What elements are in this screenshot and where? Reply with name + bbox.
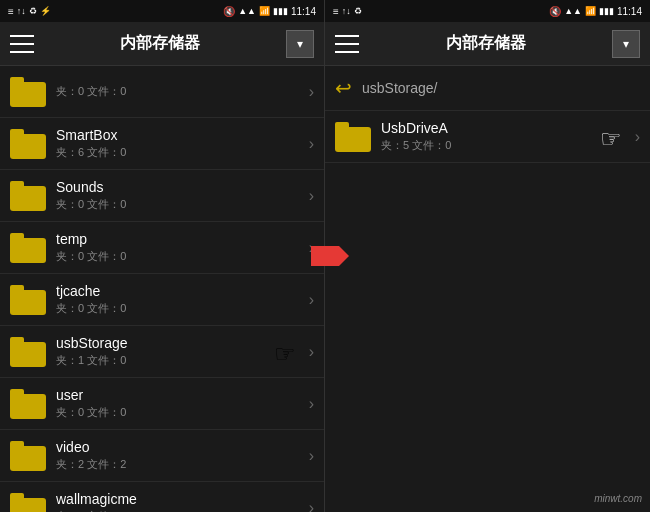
list-item-usb-storage[interactable]: usbStorage 夹：1 文件：0 ☞ › <box>0 326 324 378</box>
list-item[interactable]: tjcache 夹：0 文件：0 › <box>0 274 324 326</box>
cursor-hand-left: ☞ <box>274 340 296 368</box>
transfer-icon-r: ↑↓ <box>342 6 351 16</box>
recycle-icon-r: ♻ <box>354 6 362 16</box>
file-meta: 夹：0 文件：0 <box>56 84 304 99</box>
folder-icon <box>335 122 371 152</box>
file-name: SmartBox <box>56 127 304 143</box>
folder-icon <box>10 441 46 471</box>
list-item[interactable]: video 夹：2 文件：2 › <box>0 430 324 482</box>
list-item[interactable]: user 夹：0 文件：0 › <box>0 378 324 430</box>
folder-icon <box>10 129 46 159</box>
file-info: SmartBox 夹：6 文件：0 <box>56 127 304 160</box>
file-meta: 夹：0 文件：0 <box>56 301 304 316</box>
file-name: wallmagicme <box>56 491 304 507</box>
header-title-left: 内部存储器 <box>34 33 286 54</box>
file-list-right: ↩ usbStorage/ UsbDriveA 夹：5 文件：0 ☞ › <box>325 66 650 512</box>
file-name: Sounds <box>56 179 304 195</box>
cursor-hand-right: ☞ <box>600 125 622 153</box>
file-info: 夹：0 文件：0 <box>56 84 304 99</box>
folder-icon <box>10 181 46 211</box>
chevron-right-icon: › <box>309 135 314 153</box>
folder-icon <box>10 337 46 367</box>
file-meta: 夹：5 文件：0 <box>381 138 600 153</box>
file-info: wallmagicme 夹：1 文件：0 <box>56 491 304 512</box>
file-meta: 夹：0 文件：0 <box>56 405 304 420</box>
list-item[interactable]: 夹：0 文件：0 › <box>0 66 324 118</box>
file-info: temp 夹：0 文件：0 <box>56 231 304 264</box>
header-left: 内部存储器 ▾ <box>0 22 324 66</box>
time-right: 11:14 <box>617 6 642 17</box>
file-name: video <box>56 439 304 455</box>
left-panel: ≡ ↑↓ ♻ ⚡ 🔇 ▲▲ 📶 ▮▮▮ 11:14 内部存储器 ▾ <box>0 0 325 512</box>
file-name: UsbDriveA <box>381 120 600 136</box>
chevron-right-icon: › <box>309 499 314 513</box>
wifi-icon-r: ▲▲ <box>564 6 582 16</box>
chevron-right-icon: › <box>635 128 640 146</box>
menu-status-icon-r: ≡ <box>333 6 339 17</box>
chevron-right-icon: › <box>309 83 314 101</box>
right-panel: ≡ ↑↓ ♻ 🔇 ▲▲ 📶 ▮▮▮ 11:14 内部存储器 ▾ ↩ <box>325 0 650 512</box>
transition-arrow <box>311 246 339 266</box>
file-name: usbStorage <box>56 335 274 351</box>
status-right-right: 🔇 ▲▲ 📶 ▮▮▮ 11:14 <box>549 6 642 17</box>
time-left: 11:14 <box>291 6 316 17</box>
wifi-icon: ▲▲ <box>238 6 256 16</box>
file-info: UsbDriveA 夹：5 文件：0 <box>381 120 600 153</box>
file-info: tjcache 夹：0 文件：0 <box>56 283 304 316</box>
status-left-icons-right: ≡ ↑↓ ♻ <box>333 6 362 17</box>
folder-icon <box>10 77 46 107</box>
chevron-right-icon: › <box>309 343 314 361</box>
file-info: usbStorage 夹：1 文件：0 <box>56 335 274 368</box>
folder-icon <box>10 389 46 419</box>
back-arrow-icon: ↩ <box>335 76 352 100</box>
battery-icon: ▮▮▮ <box>273 6 288 16</box>
back-navigation[interactable]: ↩ usbStorage/ <box>325 66 650 111</box>
signal-icon: 📶 <box>259 6 270 16</box>
file-meta: 夹：0 文件：0 <box>56 197 304 212</box>
hamburger-menu-left[interactable] <box>10 35 34 53</box>
watermark: minwt.com <box>594 488 642 506</box>
file-info: Sounds 夹：0 文件：0 <box>56 179 304 212</box>
file-meta: 夹：0 文件：0 <box>56 249 304 264</box>
menu-status-icon: ≡ <box>8 6 14 17</box>
status-bar-left: ≡ ↑↓ ♻ ⚡ 🔇 ▲▲ 📶 ▮▮▮ 11:14 <box>0 0 324 22</box>
dropdown-btn-right[interactable]: ▾ <box>612 30 640 58</box>
recycle-icon: ♻ <box>29 6 37 16</box>
file-meta: 夹：2 文件：2 <box>56 457 304 472</box>
chevron-right-icon: › <box>309 291 314 309</box>
list-item[interactable]: SmartBox 夹：6 文件：0 › <box>0 118 324 170</box>
chevron-right-icon: › <box>309 395 314 413</box>
file-name: tjcache <box>56 283 304 299</box>
status-left-icons: ≡ ↑↓ ♻ ⚡ <box>8 6 51 17</box>
back-path: usbStorage/ <box>362 80 438 96</box>
dropdown-btn-left[interactable]: ▾ <box>286 30 314 58</box>
mute-icon: 🔇 <box>223 6 235 17</box>
file-info: user 夹：0 文件：0 <box>56 387 304 420</box>
mute-icon-r: 🔇 <box>549 6 561 17</box>
header-title-right: 内部存储器 <box>359 33 612 54</box>
folder-icon <box>10 285 46 315</box>
list-item[interactable]: Sounds 夹：0 文件：0 › <box>0 170 324 222</box>
chevron-right-icon: › <box>309 447 314 465</box>
hamburger-menu-right[interactable] <box>335 35 359 53</box>
folder-icon <box>10 233 46 263</box>
chevron-right-icon: › <box>309 187 314 205</box>
signal-icon-r: 📶 <box>585 6 596 16</box>
file-meta: 夹：6 文件：0 <box>56 145 304 160</box>
list-item[interactable]: temp 夹：0 文件：0 › <box>0 222 324 274</box>
file-list-left: 夹：0 文件：0 › SmartBox 夹：6 文件：0 › <box>0 66 324 512</box>
folder-icon <box>10 493 46 513</box>
file-info: video 夹：2 文件：2 <box>56 439 304 472</box>
list-item-usbdrivea[interactable]: UsbDriveA 夹：5 文件：0 ☞ › <box>325 111 650 163</box>
status-bar-right: ≡ ↑↓ ♻ 🔇 ▲▲ 📶 ▮▮▮ 11:14 <box>325 0 650 22</box>
battery-icon-r: ▮▮▮ <box>599 6 614 16</box>
file-meta: 夹：1 文件：0 <box>56 353 274 368</box>
list-item[interactable]: wallmagicme 夹：1 文件：0 › <box>0 482 324 512</box>
file-name: temp <box>56 231 304 247</box>
file-name: user <box>56 387 304 403</box>
header-right: 内部存储器 ▾ <box>325 22 650 66</box>
status-right-left: 🔇 ▲▲ 📶 ▮▮▮ 11:14 <box>223 6 316 17</box>
transfer-icon: ↑↓ <box>17 6 26 16</box>
flash-icon: ⚡ <box>40 6 51 16</box>
